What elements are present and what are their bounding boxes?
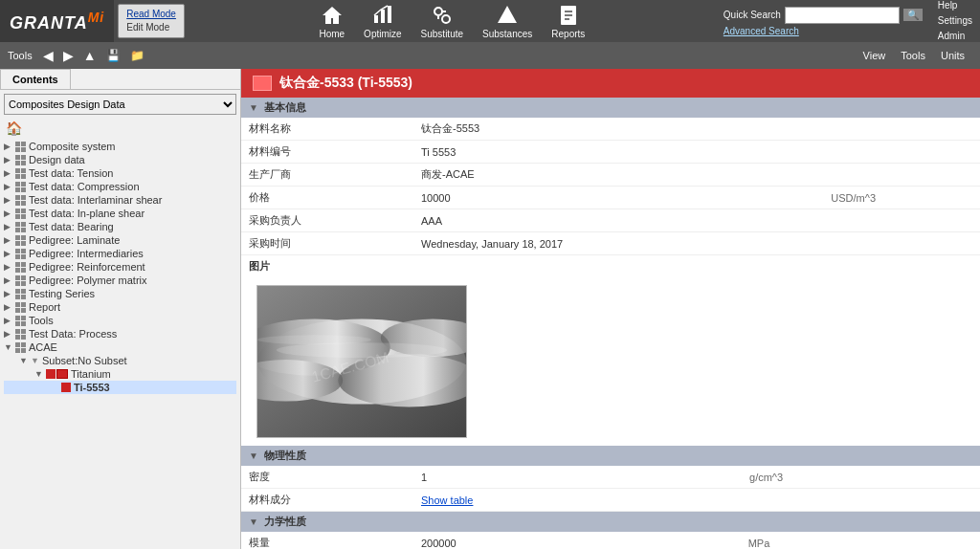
tree-item[interactable]: ▶ Report [4,300,236,314]
grid-icon [15,302,26,313]
toolbar-forward-button[interactable]: ▶ [60,48,77,63]
tree-item[interactable]: ▶ Pedigree: Polymer matrix [4,274,236,287]
read-mode-button[interactable]: Read Mode [126,8,176,21]
settings-link[interactable]: Settings [938,13,972,29]
tree-item[interactable]: ▶ Test Data: Process [4,327,236,340]
tree-label: Design data [29,154,85,165]
grid-icon [15,262,26,273]
tree-item[interactable]: Ti-5553 [4,381,236,394]
home-icon [321,4,344,27]
tree: ▶ Composite system ▶ Design data ▶ Test … [0,138,240,549]
show-table-link[interactable]: Show table [421,494,473,506]
prop-label: 材料名称 [241,118,413,141]
metal-rods-svg: 1CAE.COM [257,285,466,438]
grid-icon [15,209,26,219]
tree-label: Pedigree: Intermediaries [29,248,144,259]
svg-rect-1 [381,10,385,23]
tree-item[interactable]: ▶ Test data: Compression [4,180,236,193]
edit-mode-button[interactable]: Edit Mode [126,21,176,34]
tree-item[interactable]: ▶ Composite system [4,140,236,153]
record-title: 钛合金-5533 (Ti-5553) [279,75,412,92]
grid-icon [15,155,26,165]
main: Contents Composites Design Data 🏠 ▶ Comp… [0,69,980,549]
prop-label: 采购负责人 [241,209,413,232]
prop-label: 材料成分 [241,489,413,512]
content-area: ▼基本信息材料名称钛合金-5553材料编号Ti 5553生产厂商商发-ACAE价… [241,98,980,549]
image-section-label: 图片 [241,255,980,277]
grid-icon [15,168,26,179]
tree-item[interactable]: ▶ Pedigree: Laminate [4,233,236,247]
section-title: 力学性质 [264,515,306,529]
nav-icons: Home Optimize Substitute Substances [189,0,716,42]
table-row: 模量200000MPa [241,532,980,549]
help-link[interactable]: Help [938,0,972,13]
subset-icon: ▼ [31,356,39,365]
toolbar-up-button[interactable]: ▲ [80,48,100,63]
grid-icon [15,235,26,246]
tree-home: 🏠 [0,119,240,138]
tree-item[interactable]: ▶ Design data [4,153,236,166]
prop-unit [823,209,980,232]
svg-point-4 [442,15,450,23]
tree-item[interactable]: ▼ ▼ Subset:No Subset [4,354,236,367]
quick-search-input[interactable] [785,7,900,24]
tree-expand: ▶ [4,316,15,325]
nav-reports[interactable]: Reports [544,2,592,41]
section-header-mechanical[interactable]: ▼力学性质 [241,512,980,532]
toolbar-folder-button[interactable]: 📁 [127,49,147,62]
toolbar-nav: ◀ ▶ ▲ 💾 📁 [40,48,147,63]
table-row: 材料成分Show table [241,489,980,512]
admin-link[interactable]: Admin [938,29,972,44]
tree-expand: ▼ [4,342,15,352]
tree-item[interactable]: ▶ Tools [4,314,236,327]
record-type-icon [253,76,272,91]
optimize-icon [371,4,394,27]
table-row: 材料编号Ti 5553 [241,141,980,164]
quick-search-button[interactable]: 🔍 [903,9,923,21]
section-chevron: ▼ [249,102,258,113]
grid-icon [15,195,26,206]
tree-item[interactable]: ▶ Pedigree: Reinforcement [4,260,236,274]
view-tools-units: View Tools Units [856,48,972,63]
tree-item[interactable]: ▶ Test data: In-plane shear [4,207,236,220]
tree-item[interactable]: ▼ Titanium [4,367,236,381]
advanced-search-link[interactable]: Advanced Search [724,26,923,36]
nav-home[interactable]: Home [311,2,352,41]
database-dropdown[interactable]: Composites Design Data [4,94,236,115]
right-panel: 钛合金-5533 (Ti-5553) ▼基本信息材料名称钛合金-5553材料编号… [241,69,980,549]
prop-unit [823,164,980,187]
tab-contents[interactable]: Contents [0,69,71,89]
substances-icon [496,4,519,27]
tree-item[interactable]: ▶ Test data: Bearing [4,220,236,233]
nav-reports-label: Reports [551,29,585,39]
tree-item[interactable]: ▶ Testing Series [4,287,236,300]
section-header-physical[interactable]: ▼物理性质 [241,446,980,466]
tree-label: Pedigree: Polymer matrix [29,274,147,286]
nav-substances[interactable]: Substances [475,2,540,41]
nav-substitute[interactable]: Substitute [413,2,471,41]
section-title: 物理性质 [264,449,306,463]
tools-label: Tools [8,50,33,61]
tree-item[interactable]: ▶ Pedigree: Intermediaries [4,247,236,260]
prop-value: Wednesday, January 18, 2017 [413,232,823,255]
tools-menu-button[interactable]: Tools [893,48,933,63]
prop-value: Ti 5553 [413,141,823,164]
grid-icon [15,316,26,326]
units-button[interactable]: Units [933,48,972,63]
section-header-basic_info[interactable]: ▼基本信息 [241,98,980,118]
prop-unit [742,489,980,512]
grid-icon [15,142,26,152]
tree-item[interactable]: ▶ Test data: Interlaminar shear [4,193,236,207]
tree-expand: ▼ [34,369,46,379]
home-tree-icon[interactable]: 🏠 [6,121,22,136]
tree-label: Subset:No Subset [42,355,127,366]
toolbar-save-button[interactable]: 💾 [103,49,123,62]
tree-item[interactable]: ▶ Test data: Tension [4,166,236,180]
toolbar-back-button[interactable]: ◀ [40,48,56,63]
tree-expand: ▶ [4,195,15,205]
tree-item[interactable]: ▼ ACAE [4,340,236,354]
nav-optimize[interactable]: Optimize [356,2,409,41]
tree-label: Ti-5553 [74,382,110,393]
tree-expand: ▶ [4,329,15,339]
view-button[interactable]: View [856,48,894,63]
